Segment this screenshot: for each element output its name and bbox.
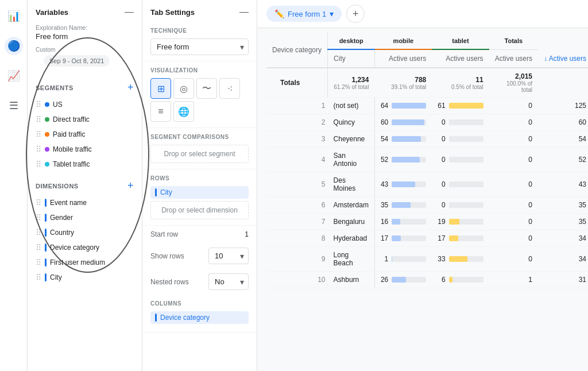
- mobile-cell: 0: [432, 172, 489, 197]
- segment-dot-tablet: [45, 162, 49, 167]
- viz-table-button[interactable]: ⊞: [150, 78, 171, 99]
- tab-bar: ✏️ Free form 1 ▾ +: [257, 0, 588, 28]
- totals-label-cell: Totals: [266, 68, 328, 98]
- technique-select[interactable]: Free form Funnel exploration Segment ove…: [150, 38, 249, 55]
- row-num-cell: 4: [266, 148, 328, 172]
- device-category-col-chip[interactable]: Device category: [150, 311, 249, 324]
- nested-rows-row: Nested rows No Yes ▾: [142, 269, 257, 295]
- start-row-value: 1: [245, 230, 249, 238]
- nested-rows-select-wrapper[interactable]: No Yes ▾: [208, 273, 249, 290]
- show-rows-select-wrapper[interactable]: 10 25 50 ▾: [208, 248, 249, 264]
- row-chip-label: City: [160, 188, 172, 196]
- segments-list: ⠿ US ⠿ Direct traffic ⠿ Paid traffic ⠿ M…: [28, 97, 142, 172]
- exploration-name-label: Exploration Name:: [36, 24, 134, 31]
- dimension-first-user-medium[interactable]: ⠿ First user medium: [28, 255, 142, 270]
- row-num-cell: 6: [266, 197, 328, 214]
- mobile-cell: 0: [432, 197, 489, 214]
- tablet-metric-header[interactable]: Active users: [489, 49, 538, 68]
- drag-handle-icon: ⠿: [36, 160, 41, 169]
- mobile-cell: 19: [432, 214, 489, 230]
- totals-tablet-cell: 11 0.5% of total: [432, 68, 489, 98]
- nav-icon-bar-chart[interactable]: 📊: [5, 7, 23, 25]
- dimension-bar-icon: [45, 199, 47, 207]
- desktop-metric-header[interactable]: Active users: [374, 49, 432, 68]
- tablet-cell: 0: [489, 247, 538, 272]
- city-cell: Bengaluru: [328, 214, 375, 230]
- city-cell: San Antonio: [328, 148, 375, 172]
- dimension-city[interactable]: ⠿ City: [28, 270, 142, 285]
- row-num-cell: 3: [266, 131, 328, 148]
- totals-mobile-cell: 788 39.1% of total: [374, 68, 432, 98]
- table-row: 10 Ashburn 26 6 1 31: [266, 272, 588, 288]
- row-num-cell: 2: [266, 114, 328, 131]
- city-row-chip[interactable]: City: [150, 186, 249, 199]
- segment-direct[interactable]: ⠿ Direct traffic: [28, 112, 142, 127]
- technique-select-wrapper[interactable]: Free form Funnel exploration Segment ove…: [150, 38, 249, 55]
- segments-label: SEGMENTS: [36, 84, 74, 91]
- nav-icon-menu[interactable]: ☰: [5, 96, 23, 115]
- row-num-cell: 7: [266, 214, 328, 230]
- viz-donut-button[interactable]: ◎: [173, 78, 194, 99]
- minimize-tab-settings[interactable]: —: [239, 7, 249, 17]
- mobile-cell: 0: [432, 148, 489, 172]
- show-rows-row: Show rows 10 25 50 ▾: [142, 243, 257, 269]
- city-row-header: City: [328, 49, 375, 68]
- dimension-country[interactable]: ⠿ Country: [28, 225, 142, 240]
- table-row: 9 Long Beach 1 33 0 34: [266, 247, 588, 272]
- rows-label: ROWS: [150, 175, 249, 181]
- viz-bar-button[interactable]: ≡: [150, 101, 171, 122]
- drag-handle-icon: ⠿: [36, 228, 41, 237]
- active-tab-label: Free form 1: [288, 10, 326, 18]
- data-table: Device category desktop mobile tablet To…: [266, 33, 588, 288]
- segment-paid[interactable]: ⠿ Paid traffic: [28, 127, 142, 142]
- add-tab-button[interactable]: +: [346, 5, 365, 23]
- active-tab[interactable]: ✏️ Free form 1 ▾: [266, 6, 342, 22]
- dimension-device-category[interactable]: ⠿ Device category: [28, 240, 142, 255]
- mobile-metric-header[interactable]: Active users: [432, 49, 489, 68]
- nav-icon-circle[interactable]: 🔵: [5, 37, 23, 55]
- dimension-bar-icon: [45, 214, 47, 222]
- segment-mobile[interactable]: ⠿ Mobile traffic: [28, 142, 142, 157]
- viz-geo-button[interactable]: 🌐: [173, 101, 194, 122]
- segment-dot-direct: [45, 117, 49, 122]
- viz-scatter-button[interactable]: ⁖: [219, 78, 240, 99]
- main-content: ✏️ Free form 1 ▾ + Device category deskt…: [257, 0, 588, 371]
- dimensions-list: ⠿ Event name ⠿ Gender ⠿ Country ⠿ Device…: [28, 195, 142, 285]
- dimension-event-name[interactable]: ⠿ Event name: [28, 195, 142, 210]
- mobile-cell: 0: [432, 114, 489, 131]
- dimension-label: Event name: [50, 199, 87, 207]
- device-cat-col-header: Device category: [266, 33, 328, 68]
- total-metric-header[interactable]: ↓ Active users: [538, 49, 588, 68]
- data-table-container: Device category desktop mobile tablet To…: [257, 28, 588, 371]
- segment-comparisons-section: SEGMENT COMPARISONS Drop or select segme…: [142, 128, 257, 169]
- dimension-bar-icon: [45, 244, 47, 252]
- total-cell: 35: [538, 214, 588, 230]
- tab-settings-panel: Tab Settings — TECHNIQUE Free form Funne…: [142, 0, 257, 371]
- mobile-cell: 61: [432, 98, 489, 114]
- date-label: Custom: [36, 47, 134, 53]
- desktop-cell: 64: [374, 98, 432, 114]
- variables-panel: Variables — Exploration Name: Free form …: [28, 0, 142, 371]
- segment-label-us: US: [53, 101, 63, 109]
- segment-dot-mobile: [45, 147, 49, 152]
- total-cell: 60: [538, 114, 588, 131]
- nav-icon-chart[interactable]: 📈: [5, 67, 23, 85]
- segment-drop-zone[interactable]: Drop or select segment: [150, 145, 249, 163]
- show-rows-select[interactable]: 10 25 50: [208, 248, 249, 264]
- minimize-variables[interactable]: —: [125, 7, 134, 17]
- dimension-drop-zone[interactable]: Drop or select dimension: [150, 201, 249, 219]
- date-range[interactable]: Sep 9 - Oct 8, 2021: [44, 55, 110, 67]
- add-segment-button[interactable]: +: [127, 82, 134, 94]
- nested-rows-select[interactable]: No Yes: [208, 273, 249, 290]
- row-num-cell: 1: [266, 98, 328, 114]
- dimension-label: First user medium: [50, 258, 105, 266]
- segment-us[interactable]: ⠿ US: [28, 97, 142, 112]
- city-cell: Des Moines: [328, 172, 375, 197]
- tablet-cell: 0: [489, 197, 538, 214]
- total-cell: 35: [538, 197, 588, 214]
- add-dimension-button[interactable]: +: [127, 180, 134, 192]
- desktop-cell: 16: [374, 214, 432, 230]
- segment-tablet[interactable]: ⠿ Tablet traffic: [28, 157, 142, 172]
- viz-line-button[interactable]: 〜: [196, 78, 217, 99]
- dimension-gender[interactable]: ⠿ Gender: [28, 210, 142, 225]
